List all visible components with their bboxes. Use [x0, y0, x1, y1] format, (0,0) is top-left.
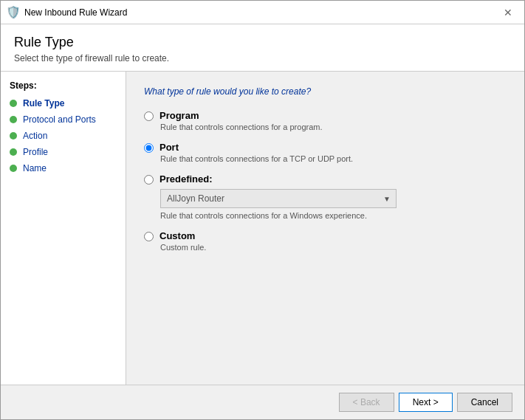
sidebar-label-profile: Profile [23, 147, 48, 157]
page-subtitle: Select the type of firewall rule to crea… [14, 53, 511, 63]
label-program[interactable]: Program [159, 110, 199, 121]
main-body: Steps: Rule Type Protocol and Ports Acti… [1, 72, 524, 385]
sidebar-item-profile[interactable]: Profile [1, 144, 126, 160]
option-row-port: Port [144, 142, 507, 153]
radio-custom[interactable] [144, 232, 154, 241]
desc-predefined: Rule that controls connections for a Win… [160, 211, 507, 220]
sidebar-item-name[interactable]: Name [1, 160, 126, 176]
radio-program[interactable] [144, 111, 154, 121]
option-row-predefined: Predefined: [144, 173, 507, 185]
step-dot-name [10, 165, 17, 172]
step-dot-profile [10, 148, 17, 156]
step-dot-protocol-ports [10, 116, 17, 123]
sidebar-label-rule-type: Rule Type [23, 98, 64, 109]
option-row-custom: Custom [144, 230, 507, 241]
window-title: New Inbound Rule Wizard [24, 7, 498, 18]
radio-predefined[interactable] [144, 175, 154, 185]
option-group-program: Program Rule that controls connections f… [144, 110, 507, 131]
option-row-program: Program [144, 110, 507, 121]
sidebar-label-protocol-ports: Protocol and Ports [23, 114, 96, 125]
option-group-port: Port Rule that controls connections for … [144, 142, 507, 163]
predefined-dropdown[interactable]: AllJoyn Router [160, 189, 397, 208]
sidebar-item-action[interactable]: Action [1, 128, 126, 144]
sidebar-item-protocol-ports[interactable]: Protocol and Ports [1, 111, 126, 128]
title-bar: 🛡️ New Inbound Rule Wizard ✕ [1, 1, 524, 24]
step-dot-action [10, 132, 17, 140]
dropdown-wrapper: AllJoyn Router ▼ [160, 189, 397, 208]
page-title: Rule Type [14, 35, 511, 50]
back-button[interactable]: < Back [339, 393, 394, 412]
window-icon: 🛡️ [7, 6, 20, 19]
label-predefined[interactable]: Predefined: [159, 173, 213, 185]
option-group-custom: Custom Custom rule. [144, 230, 507, 252]
label-port[interactable]: Port [159, 142, 179, 153]
sidebar-label-name: Name [23, 163, 47, 173]
option-group-predefined: Predefined: AllJoyn Router ▼ Rule that c… [144, 173, 507, 220]
steps-label: Steps: [1, 80, 126, 95]
question-text: What type of rule would you like to crea… [144, 86, 507, 97]
wizard-window: 🛡️ New Inbound Rule Wizard ✕ Rule Type S… [0, 0, 525, 420]
desc-custom: Custom rule. [160, 243, 507, 252]
header: Rule Type Select the type of firewall ru… [1, 24, 524, 72]
desc-port: Rule that controls connections for a TCP… [160, 154, 507, 163]
close-button[interactable]: ✕ [498, 4, 518, 21]
desc-program: Rule that controls connections for a pro… [160, 123, 507, 131]
footer-buttons: < Back Next > Cancel [1, 385, 524, 419]
label-custom[interactable]: Custom [159, 230, 195, 241]
step-dot-rule-type [10, 100, 17, 107]
radio-port[interactable] [144, 143, 154, 153]
right-panel: What type of rule would you like to crea… [126, 72, 524, 385]
sidebar-label-action: Action [23, 131, 47, 141]
sidebar: Steps: Rule Type Protocol and Ports Acti… [1, 72, 126, 385]
predefined-dropdown-wrap: AllJoyn Router ▼ [160, 189, 507, 208]
cancel-button[interactable]: Cancel [457, 393, 512, 412]
next-button[interactable]: Next > [399, 393, 453, 412]
sidebar-item-rule-type[interactable]: Rule Type [1, 95, 126, 111]
